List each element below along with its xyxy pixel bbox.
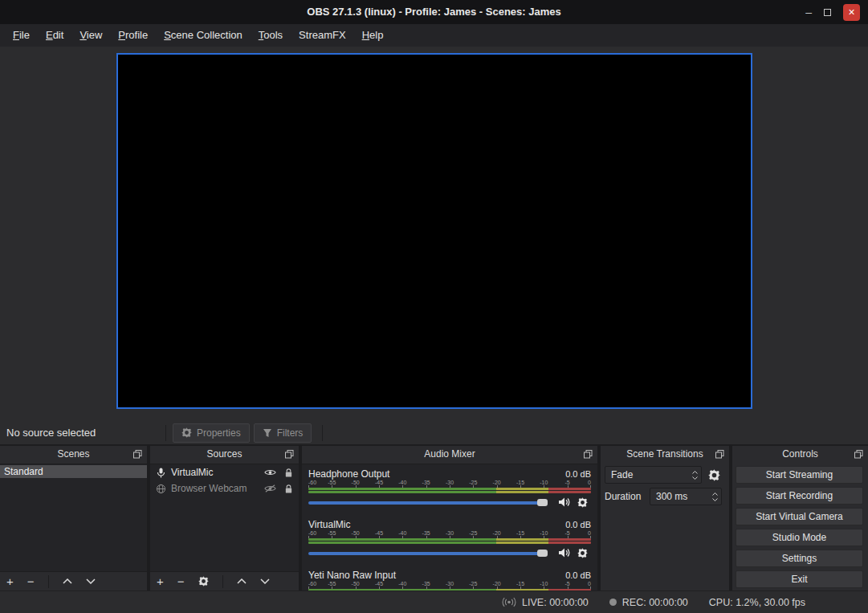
menu-profile[interactable]: Profile — [110, 24, 156, 47]
volume-scale: -60-55-50-45-40-35-30-25-20-15-10-50 — [308, 530, 591, 538]
volume-slider[interactable] — [308, 497, 548, 508]
audio-mixer-dock-header: Audio Mixer — [302, 446, 597, 464]
dock-float-icon[interactable] — [584, 450, 593, 459]
close-button[interactable]: × — [843, 4, 860, 21]
volume-meter — [308, 538, 591, 545]
sources-list: VirtualMic Browser Webcam — [150, 464, 299, 571]
settings-button[interactable]: Settings — [736, 550, 863, 567]
channel-settings-icon[interactable] — [573, 497, 591, 508]
toolbar-separator — [222, 575, 223, 588]
maximize-button[interactable] — [824, 9, 831, 16]
audio-mixer-dock: Audio Mixer Headphone Output 0.0 dB -60-… — [302, 446, 597, 591]
visibility-off-icon[interactable] — [264, 484, 276, 492]
scenes-list: Standard — [0, 464, 147, 571]
menu-tools[interactable]: Tools — [251, 24, 291, 47]
rec-time: REC: 00:00:00 — [622, 597, 688, 608]
speaker-icon[interactable] — [556, 547, 573, 558]
source-row-icons — [264, 484, 299, 494]
menu-file[interactable]: File — [5, 24, 38, 47]
volume-slider[interactable] — [308, 548, 548, 558]
start-streaming-button[interactable]: Start Streaming — [736, 466, 863, 484]
controls-body: Start Streaming Start Recording Start Vi… — [732, 464, 868, 591]
source-name: VirtualMic — [171, 467, 213, 478]
obs-window: OBS 27.1.3 (linux) - Profile: James - Sc… — [0, 0, 868, 613]
dock-float-icon[interactable] — [133, 450, 142, 459]
source-properties-button[interactable] — [198, 576, 209, 586]
no-source-label: No source selected — [6, 427, 159, 439]
source-item[interactable]: VirtualMic — [150, 464, 299, 480]
duration-spinbox[interactable]: 300 ms — [650, 488, 722, 505]
spinbox-arrows-icon[interactable] — [712, 492, 718, 501]
remove-scene-button[interactable]: − — [27, 575, 35, 587]
scenes-dock: Scenes Standard + − — [0, 446, 147, 591]
menu-scene-collection[interactable]: Scene Collection — [156, 24, 251, 47]
window-title: OBS 27.1.3 (linux) - Profile: James - Sc… — [0, 0, 868, 24]
dock-area: Scenes Standard + − Sources — [0, 444, 868, 591]
cpu-fps-stats: CPU: 1.2%, 30.00 fps — [709, 597, 805, 608]
dock-float-icon[interactable] — [285, 450, 294, 459]
remove-source-button[interactable]: − — [177, 575, 185, 587]
add-scene-button[interactable]: + — [6, 575, 14, 587]
mixer-channel: VirtualMic 0.0 dB -60-55-50-45-40-35-30-… — [308, 518, 591, 559]
channel-name: VirtualMic — [308, 519, 350, 530]
audio-mixer-dock-title: Audio Mixer — [424, 448, 475, 460]
scenes-dock-title: Scenes — [57, 448, 89, 460]
slider-handle[interactable] — [537, 499, 548, 506]
minimize-button[interactable]: – — [805, 8, 812, 16]
live-status: LIVE: 00:00:00 — [502, 597, 589, 608]
scene-up-button[interactable] — [63, 578, 72, 584]
channel-settings-icon[interactable] — [573, 548, 591, 558]
slider-handle[interactable] — [537, 550, 548, 557]
preview-area — [0, 47, 868, 421]
sources-dock-title: Sources — [206, 448, 242, 460]
properties-button[interactable]: Properties — [173, 423, 250, 443]
exit-button[interactable]: Exit — [736, 570, 863, 588]
toolbar-separator — [165, 425, 166, 441]
controls-dock: Controls Start Streaming Start Recording… — [732, 446, 868, 591]
live-time: LIVE: 00:00:00 — [522, 597, 589, 608]
start-virtual-camera-button[interactable]: Start Virtual Camera — [736, 508, 863, 525]
filters-button[interactable]: Filters — [254, 423, 312, 443]
menu-help[interactable]: Help — [354, 24, 392, 47]
visibility-icon[interactable] — [264, 468, 276, 476]
lock-icon[interactable] — [284, 468, 293, 478]
window-controls: – × — [805, 0, 860, 24]
sources-toolbar: + − — [150, 571, 299, 591]
scene-transitions-dock: Scene Transitions Fade — [601, 446, 729, 591]
sources-dock: Sources VirtualMic — [150, 446, 299, 591]
source-item[interactable]: Browser Webcam — [150, 480, 299, 497]
start-recording-button[interactable]: Start Recording — [736, 487, 863, 505]
menu-edit[interactable]: Edit — [38, 24, 71, 47]
rec-status: REC: 00:00:00 — [609, 597, 688, 608]
transition-settings-button[interactable] — [706, 469, 722, 481]
scene-transitions-body: Fade Duration 300 ms — [601, 464, 729, 509]
dock-float-icon[interactable] — [854, 450, 863, 459]
audio-mixer-body: Headphone Output 0.0 dB -60-55-50-45-40-… — [302, 464, 597, 591]
scenes-dock-header: Scenes — [0, 446, 147, 464]
mixer-channel: Headphone Output 0.0 dB -60-55-50-45-40-… — [308, 468, 591, 509]
studio-mode-button[interactable]: Studio Mode — [736, 529, 863, 546]
source-up-button[interactable] — [237, 578, 247, 584]
volume-scale: -60-55-50-45-40-35-30-25-20-15-10-50 — [308, 581, 591, 589]
maximize-icon — [824, 9, 831, 16]
scenes-toolbar: + − — [0, 571, 147, 591]
menu-view[interactable]: View — [71, 24, 110, 47]
transition-value: Fade — [611, 469, 633, 480]
add-source-button[interactable]: + — [157, 575, 164, 587]
scene-down-button[interactable] — [86, 578, 96, 584]
transition-select[interactable]: Fade — [605, 466, 702, 484]
microphone-icon — [155, 468, 166, 478]
record-icon — [609, 599, 617, 606]
source-down-button[interactable] — [260, 578, 270, 584]
scene-item[interactable]: Standard — [0, 465, 147, 478]
lock-icon[interactable] — [284, 484, 293, 494]
menubar: File Edit View Profile Scene Collection … — [0, 24, 868, 47]
source-toolbar: No source selected Properties Filters — [0, 421, 868, 444]
dock-float-icon[interactable] — [715, 450, 724, 459]
filter-icon — [263, 428, 272, 438]
properties-label: Properties — [197, 427, 241, 439]
preview-canvas[interactable] — [116, 53, 752, 409]
controls-dock-header: Controls — [732, 446, 868, 464]
menu-streamfx[interactable]: StreamFX — [291, 24, 354, 47]
speaker-icon[interactable] — [556, 497, 573, 508]
